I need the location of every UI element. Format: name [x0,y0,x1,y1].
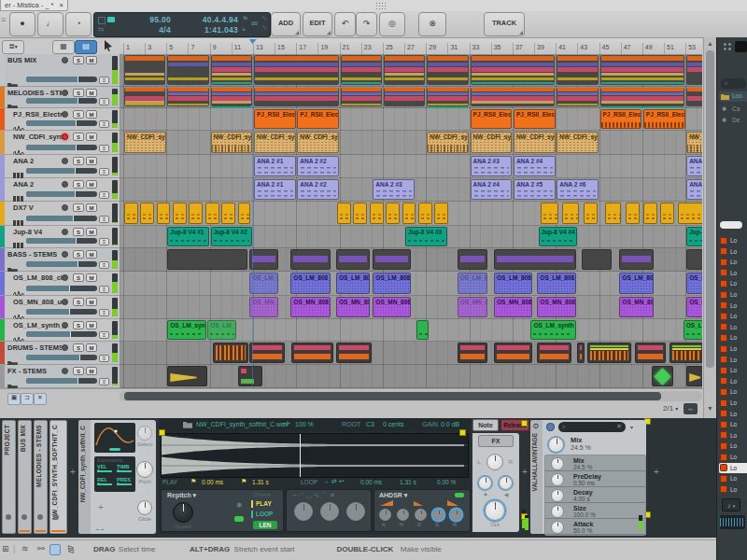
clip-anaa[interactable]: ANA [686,156,702,176]
track-name[interactable]: OS_LM_synth_bas.. [13,321,67,329]
mute-button[interactable]: M [86,367,97,375]
position-value[interactable]: 40.4.4.94 [180,15,238,24]
browser-list-item[interactable]: Lo [719,398,747,408]
browser-preview-button[interactable]: ♪ ▾ [722,498,740,511]
record-arm-button[interactable] [62,57,68,63]
volume-slider[interactable] [26,77,97,82]
solo-button[interactable]: S [73,203,84,212]
stretch-percent[interactable]: 100 % [295,421,314,427]
plugin-param-value[interactable]: 100.0 % [573,511,596,518]
browser-list-item[interactable]: Lo [719,376,747,386]
clip-sy[interactable] [416,320,430,340]
fade-toggle-button[interactable]: ⊐ [21,393,34,405]
mute-button[interactable]: M [86,250,97,259]
cents-value[interactable]: 0 cents [383,421,404,427]
record-button[interactable]: ● [9,12,35,36]
record-arm-button[interactable] [62,274,68,281]
clip-anab[interactable]: ANA [686,179,702,200]
clip-dx[interactable] [221,203,235,224]
curve-knob-2[interactable] [320,502,339,521]
tempo-value[interactable]: 95.00 [122,15,171,24]
clip-fx[interactable] [238,366,262,386]
automation-write-icon[interactable]: ∿ [261,14,268,22]
browser-list-item[interactable]: Lo [719,484,747,495]
search-clear-icon[interactable]: ✕ [616,423,622,430]
track-menu-button[interactable]: ≡ [99,309,109,316]
active-tool-button[interactable] [49,544,61,555]
plugin-param-value[interactable]: 4.00 s [573,496,590,502]
track-name[interactable]: BASS - STEMS [7,250,57,259]
track-row[interactable]: BASS - STEMSSM≡ [0,248,120,272]
zoom-fit-button[interactable]: ↔ [684,403,698,414]
plugin-main-value[interactable]: 24.5 % [571,444,591,451]
track-row[interactable]: Jup-8 V4SM≡ [0,226,120,248]
close-icon[interactable]: × [60,1,63,9]
device1-title-strip[interactable]: NW_CDFI_synth_softhit_C [78,420,91,534]
browser-list-item[interactable]: Lo [719,365,747,375]
clip-bass[interactable] [582,249,612,270]
drag-handle-icon[interactable]: ≡ [1,17,7,30]
browser-list-item[interactable]: Lo [719,430,747,441]
lfo-display[interactable] [94,423,135,453]
clip-dx[interactable] [562,203,579,224]
track-name[interactable]: NW_CDFI_synth_s.. [13,133,67,141]
clip-dr[interactable] [669,343,702,363]
plugin-param-value[interactable]: 0.50 ms [573,480,595,486]
mute-button[interactable]: M [86,157,97,165]
record-arm-button[interactable] [62,204,68,211]
record-arm-button[interactable] [62,229,68,235]
track-menu-button[interactable]: ≡ [99,145,109,152]
clip-nw[interactable]: NW_CDFI_syn [297,132,339,153]
record-arm-button[interactable] [62,322,68,329]
play-end-value[interactable]: 1.31 s [252,479,269,485]
volume-slider[interactable] [26,191,97,197]
clip-lm[interactable]: OS_LM_80 [458,273,487,294]
clip-pj[interactable]: PJ_RSII_Electr [471,109,513,129]
clip-dr[interactable] [577,343,585,363]
clip-bass[interactable] [494,249,576,270]
edit-button[interactable]: EDIT [303,12,332,36]
plugin-param-row[interactable]: Decay4.00 s [545,487,645,503]
automation-touch-icon[interactable]: ∿ [261,23,268,32]
time-value[interactable]: 1:41.043 [180,25,238,35]
loop-icon[interactable]: ∞ [251,18,258,28]
repitch-dropdown[interactable]: Repitch ▾ [167,492,196,499]
loop-start-value[interactable]: 0.00 ms [360,479,382,485]
clip-anab[interactable]: ANA 2 #2 [297,179,339,200]
redo-button[interactable]: ↷ [356,12,377,36]
track-row[interactable]: DX7 VSM≡ [0,202,120,226]
record-arm-button[interactable] [62,158,68,164]
clip-dx[interactable] [140,203,154,224]
pointer-tool-button[interactable] [99,40,118,52]
solo-button[interactable]: S [73,228,84,236]
clip-sy[interactable]: OS_LM_s [207,320,236,340]
volume-slider[interactable] [26,331,97,337]
plugin-param-knob[interactable] [551,521,564,534]
freeze-icon[interactable]: ❄ [236,501,243,510]
note-tab[interactable]: Note [472,419,499,431]
clip-dr[interactable] [635,343,666,363]
clip-bass[interactable] [167,249,247,270]
clip-bass[interactable] [458,249,487,270]
browser-list-item[interactable]: Lo [719,322,747,332]
clip-dr[interactable] [291,343,333,363]
browser-grid-icon[interactable] [723,42,732,51]
expressions-box[interactable]: Expressions VELTIMBRELPRES [94,456,135,492]
clip-anab[interactable]: ANA 2 #5 [514,179,556,200]
track-menu-button[interactable]: ≡ [99,77,109,84]
clip-anaa[interactable]: ANA 2 #3 [471,156,513,176]
time-signature-value[interactable]: 4/4 [122,25,171,35]
browser-list-item[interactable]: Lo [719,235,747,245]
offset-option-play[interactable]: PLAY [256,500,272,507]
clip-jup[interactable]: Jup-8 V4 #2 [211,227,253,246]
track-name[interactable]: DX7 V [13,203,34,212]
browser-list-item[interactable]: Lo [719,332,747,343]
h-scrollbar-thumb[interactable] [124,392,661,400]
track-menu-button[interactable]: ≡ [99,168,109,175]
browser-list-item[interactable]: Lo [719,343,747,354]
folder-icon[interactable] [183,421,192,428]
mute-button[interactable]: M [86,56,97,64]
mix-view-button[interactable]: ▦ [52,40,75,54]
browser-list-item[interactable]: Lo [719,257,747,267]
grid-mini-icon[interactable]: ⊞ [2,544,9,553]
